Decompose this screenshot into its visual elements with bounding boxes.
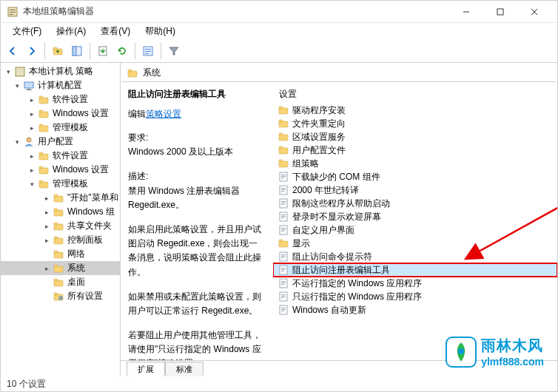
tree-computer-config[interactable]: ▾ 计算机配置 [1,78,120,92]
expand-icon[interactable]: ▸ [42,194,51,203]
setting-row[interactable]: 自定义用户界面 [273,223,557,237]
settings-column-header[interactable]: 设置 [273,85,557,104]
setting-label: 不运行指定的 Windows 应用程序 [292,277,422,290]
menu-action[interactable]: 操作(A) [49,24,93,39]
svg-rect-74 [281,204,284,205]
setting-row[interactable]: 驱动程序安装 [273,104,557,117]
tree-user-windows[interactable]: ▸ Windows 设置 [1,163,120,177]
svg-rect-43 [54,251,58,253]
svg-rect-60 [279,146,283,149]
setting-row[interactable]: 2000 年世纪转译 [273,183,557,197]
tree-item[interactable]: ▸共享文件夹 [1,219,120,233]
svg-rect-33 [39,180,43,183]
setting-row[interactable]: 区域设置服务 [273,130,557,143]
tree-item[interactable]: 所有设置 [1,289,120,303]
tree-item[interactable]: ▸软件设置 [1,92,120,107]
tab-standard[interactable]: 标准 [165,362,204,376]
svg-rect-95 [281,283,286,283]
expand-icon[interactable]: ▸ [27,152,36,160]
tree-root[interactable]: ▾ 本地计算机 策略 [1,64,120,78]
svg-rect-54 [279,107,283,109]
setting-row[interactable]: Windows 自动更新 [273,303,557,317]
expand-icon[interactable]: ▸ [27,166,36,175]
expand-icon[interactable] [42,278,51,287]
setting-row[interactable]: 只运行指定的 Windows 应用程序 [273,290,557,303]
forward-button[interactable] [23,42,41,60]
svg-rect-22 [39,96,43,98]
minimize-button[interactable] [449,1,483,23]
expand-icon[interactable]: ▸ [27,95,36,104]
svg-rect-78 [281,217,284,218]
toolbar-separator [161,43,161,59]
collapse-icon[interactable]: ▾ [27,180,36,189]
settings-list-pane[interactable]: 设置 驱动程序安装文件夹重定向区域设置服务用户配置文件组策略下载缺少的 COM … [273,82,557,360]
svg-rect-9 [53,47,57,50]
edit-policy-link[interactable]: 策略设置 [146,109,181,119]
setting-row-registry-tools[interactable]: 阻止访问注册表编辑工具 [273,263,557,277]
expand-icon[interactable]: ▸ [27,109,36,118]
tab-extended[interactable]: 扩展 [127,362,165,376]
folder-icon [38,150,50,162]
maximize-button[interactable] [483,1,517,23]
menu-help[interactable]: 帮助(H) [138,24,183,39]
collapse-icon[interactable]: ▾ [13,138,21,146]
refresh-button[interactable] [113,42,131,60]
tree-item[interactable]: ▸"开始"菜单和 [1,191,120,205]
setting-row[interactable]: 用户配置文件 [273,143,557,157]
svg-rect-58 [279,133,283,135]
show-hide-tree-button[interactable] [68,42,86,60]
collapse-icon[interactable]: ▾ [13,81,21,90]
policy-icon [278,171,289,183]
filter-button[interactable] [165,42,183,60]
setting-row[interactable]: 显示 [273,237,557,250]
tree-item[interactable]: ▸Windows 组 [1,205,120,219]
menu-view[interactable]: 查看(V) [93,24,138,39]
tree-user-software[interactable]: ▸ 软件设置 [1,149,120,163]
setting-row[interactable]: 限制这些程序从帮助启动 [273,197,557,210]
tree-item[interactable]: ▸控制面板 [1,233,120,247]
tree-user-config[interactable]: ▾ 用户配置 [1,135,120,149]
tree-user-admin-templates[interactable]: ▾ 管理模板 [1,177,120,191]
tree-item[interactable]: 桌面 [1,275,120,289]
tree-item[interactable]: 网络 [1,247,120,261]
svg-rect-62 [279,160,283,162]
export-button[interactable] [94,42,112,60]
close-button[interactable] [517,1,551,23]
setting-row[interactable]: 阻止访问命令提示符 [273,250,557,263]
expand-icon[interactable]: ▸ [42,264,51,273]
setting-row[interactable]: 登录时不显示欢迎屏幕 [273,210,557,223]
setting-row[interactable]: 不运行指定的 Windows 应用程序 [273,277,557,290]
expand-icon[interactable] [42,250,51,259]
folder-icon [38,178,50,190]
tree-item[interactable]: ▸管理模板 [1,121,120,135]
tree-pane[interactable]: ▾ 本地计算机 策略 ▾ 计算机配置 ▸软件设置▸Windows 设置▸管理模板… [1,63,121,376]
tree-item[interactable]: ▸Windows 设置 [1,107,120,121]
expand-icon[interactable]: ▸ [27,124,36,132]
expand-icon[interactable]: ▸ [42,222,51,231]
setting-row[interactable]: 文件夹重定向 [273,117,557,130]
description-label: 描述: [128,169,266,183]
svg-rect-94 [281,281,286,282]
svg-rect-29 [39,152,43,155]
up-button[interactable] [49,42,67,60]
back-button[interactable] [4,42,21,60]
setting-row[interactable]: 组策略 [273,157,557,170]
tree-item-system[interactable]: ▸系统 [1,261,120,275]
collapse-icon[interactable]: ▾ [4,67,13,76]
setting-label: 自定义用户界面 [292,224,354,237]
edit-label: 编辑 [128,109,146,119]
svg-rect-26 [39,124,43,126]
expand-icon[interactable] [42,292,51,301]
titlebar: 本地组策略编辑器 [1,1,557,23]
folder-icon [278,158,289,169]
svg-rect-100 [281,297,284,298]
menu-file[interactable]: 文件(F) [5,24,49,39]
expand-icon[interactable]: ▸ [42,208,51,217]
properties-button[interactable] [139,42,157,60]
svg-rect-82 [281,231,284,232]
expand-icon[interactable]: ▸ [42,236,51,245]
svg-rect-68 [281,188,286,189]
toolbar-separator [135,43,135,59]
svg-rect-39 [54,223,58,225]
setting-row[interactable]: 下载缺少的 COM 组件 [273,170,557,183]
